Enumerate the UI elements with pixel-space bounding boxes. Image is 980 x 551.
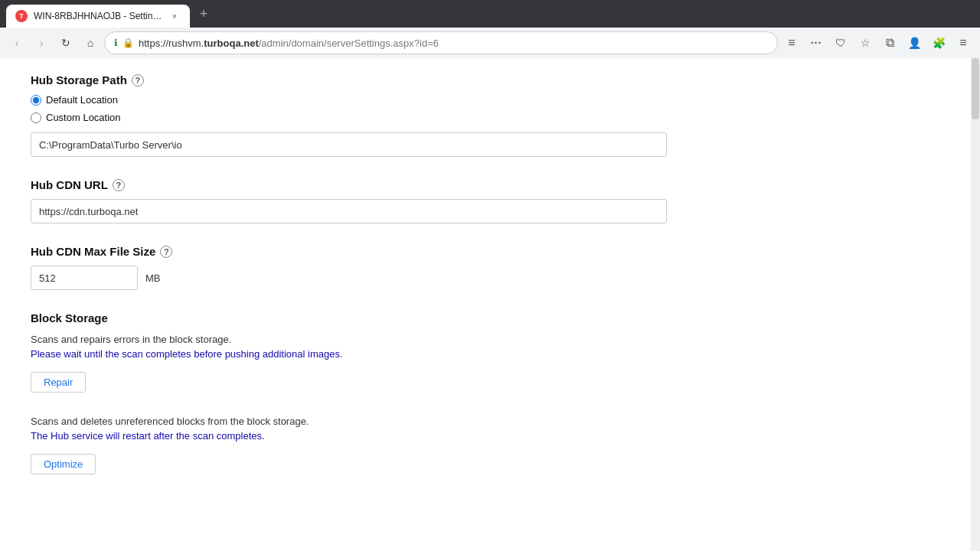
new-tab-button[interactable]: + <box>193 3 214 24</box>
custom-location-radio-label[interactable]: Custom Location <box>31 112 940 123</box>
storage-path-input[interactable] <box>31 132 667 157</box>
optimize-sub-section: Scans and deletes unreferenced blocks fr… <box>31 416 940 474</box>
back-button[interactable]: ‹ <box>6 32 28 54</box>
lock-icon: 🔒 <box>122 37 134 48</box>
file-size-input[interactable] <box>31 266 138 290</box>
optimize-description-2: The Hub service will restart after the s… <box>31 430 940 442</box>
menu-button[interactable]: ≡ <box>952 32 974 54</box>
browser-chrome: T WIN-8RBJHHNAOJB - Settings × + ‹ › ↻ ⌂… <box>0 0 980 58</box>
reader-view-button[interactable]: ≡ <box>781 32 802 54</box>
repair-sub-section: Scans and repairs errors in the block st… <box>31 334 940 393</box>
tab-title: WIN-8RBJHHNAOJB - Settings <box>34 11 162 21</box>
shield-button[interactable]: 🛡 <box>830 32 851 54</box>
url-domain: turboqa.net <box>204 37 259 49</box>
default-location-radio[interactable] <box>31 95 41 106</box>
reload-button[interactable]: ↻ <box>55 32 77 54</box>
block-storage-section: Block Storage Scans and repairs errors i… <box>31 311 940 474</box>
hub-storage-path-label: Hub Storage Path ? <box>31 73 940 86</box>
nav-icons: ≡ ··· 🛡 ☆ ⧉ 👤 🧩 ≡ <box>781 32 974 54</box>
tab-close-button[interactable]: × <box>168 10 181 22</box>
tab-bar: T WIN-8RBJHHNAOJB - Settings × + <box>0 0 980 28</box>
hub-storage-path-help-icon[interactable]: ? <box>132 74 144 86</box>
optimize-description-1: Scans and deletes unreferenced blocks fr… <box>31 416 940 427</box>
hub-cdn-url-label: Hub CDN URL ? <box>31 178 940 191</box>
page-content: Hub Storage Path ? Default Location Cust… <box>0 58 971 551</box>
collections-button[interactable]: ⧉ <box>879 32 900 54</box>
hub-cdn-max-file-size-section: Hub CDN Max File Size ? MB <box>31 245 940 290</box>
address-bar[interactable]: ℹ 🔒 https://rushvm.turboqa.net/admin/dom… <box>104 31 778 54</box>
forward-button[interactable]: › <box>31 32 52 54</box>
repair-button[interactable]: Repair <box>31 372 86 393</box>
optimize-button[interactable]: Optimize <box>31 454 96 474</box>
repair-description-2: Please wait until the scan completes bef… <box>31 348 940 360</box>
hub-cdn-url-input[interactable] <box>31 199 667 223</box>
address-text: https://rushvm.turboqa.net/admin/domain/… <box>139 37 768 49</box>
nav-bar: ‹ › ↻ ⌂ ℹ 🔒 https://rushvm.turboqa.net/a… <box>0 28 980 58</box>
scrollbar-thumb[interactable] <box>972 58 979 119</box>
scrollbar-track[interactable] <box>971 58 980 551</box>
extensions-button[interactable]: 🧩 <box>928 32 949 54</box>
hub-storage-path-section: Hub Storage Path ? Default Location Cust… <box>31 73 940 157</box>
custom-location-radio[interactable] <box>31 112 41 123</box>
info-icon: ℹ <box>114 37 118 48</box>
file-size-input-group: MB <box>31 266 940 290</box>
more-button[interactable]: ··· <box>805 32 827 54</box>
active-tab[interactable]: T WIN-8RBJHHNAOJB - Settings × <box>6 5 190 28</box>
default-location-radio-label[interactable]: Default Location <box>31 94 940 106</box>
repair-description-1: Scans and repairs errors in the block st… <box>31 334 940 345</box>
hub-cdn-max-file-size-label: Hub CDN Max File Size ? <box>31 245 940 258</box>
storage-path-radio-group: Default Location Custom Location <box>31 94 940 123</box>
page-wrap: Hub Storage Path ? Default Location Cust… <box>0 58 980 551</box>
home-button[interactable]: ⌂ <box>80 32 101 54</box>
favorites-button[interactable]: ☆ <box>854 32 876 54</box>
file-size-unit: MB <box>145 272 161 284</box>
profile-button[interactable]: 👤 <box>903 32 925 54</box>
block-storage-title: Block Storage <box>31 311 940 324</box>
url-path: /admin/domain/serverSettings.aspx?id=6 <box>259 37 439 49</box>
hub-cdn-max-file-size-help-icon[interactable]: ? <box>160 246 172 258</box>
tab-favicon: T <box>15 10 28 22</box>
url-prefix: https://rushvm. <box>139 37 204 49</box>
hub-cdn-url-help-icon[interactable]: ? <box>113 179 125 191</box>
hub-cdn-url-section: Hub CDN URL ? <box>31 178 940 223</box>
